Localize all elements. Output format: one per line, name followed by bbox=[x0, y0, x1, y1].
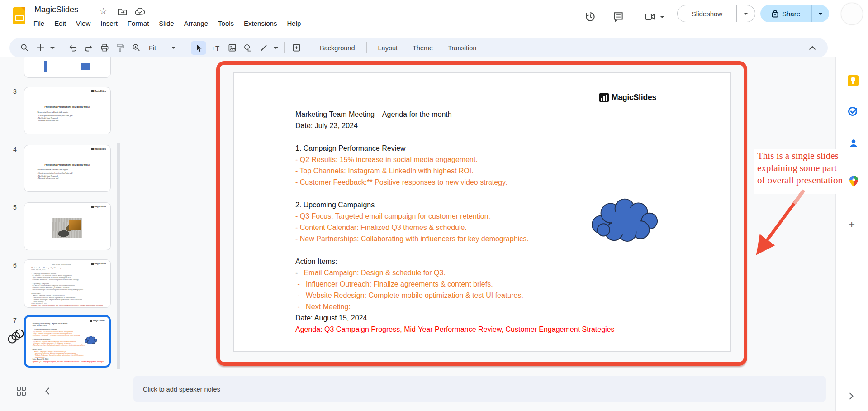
text-line: Action Items: bbox=[295, 256, 615, 267]
menu-insert[interactable]: Insert bbox=[95, 19, 123, 28]
menu-extensions[interactable]: Extensions bbox=[239, 19, 282, 28]
menu-tools[interactable]: Tools bbox=[213, 19, 239, 28]
slide-number: 4 bbox=[10, 146, 20, 153]
insert-line-icon[interactable] bbox=[258, 42, 270, 54]
slide-thumbnail-7-selected[interactable]: MagicSlides Marketing Team Meeting – Age… bbox=[24, 315, 111, 368]
slide-number: 7 bbox=[10, 317, 20, 324]
slide-thumbnail-4[interactable]: MagicSlides Professional Presentations i… bbox=[24, 145, 111, 192]
undo-button[interactable] bbox=[67, 42, 79, 54]
thumb-subtitle: Never start from a blank slide again. bbox=[38, 168, 69, 171]
slide-thumbnail-3[interactable]: MagicSlides Professional Presentations i… bbox=[24, 87, 111, 134]
background-button[interactable]: Background bbox=[314, 44, 360, 52]
svg-text:T: T bbox=[215, 44, 219, 52]
version-history-icon[interactable] bbox=[584, 11, 596, 23]
menu-arrange[interactable]: Arrange bbox=[179, 19, 213, 28]
slideshow-label: Slideshow bbox=[678, 10, 736, 18]
filmstrip-scrollbar[interactable] bbox=[117, 143, 120, 369]
text-line bbox=[295, 244, 615, 256]
theme-button[interactable]: Theme bbox=[407, 44, 438, 52]
slideshow-caret-icon bbox=[744, 13, 748, 15]
side-panel-divider-line bbox=[847, 206, 859, 206]
text-line: Agenda: Q3 Campaign Progress, Mid-Year P… bbox=[33, 361, 107, 363]
text-line: - Next Meeting: bbox=[295, 301, 615, 312]
text-line: Date: August 15, 2024 bbox=[295, 312, 615, 324]
meet-camera-icon[interactable] bbox=[644, 11, 656, 23]
text-box-tool-icon[interactable]: TT bbox=[210, 42, 222, 54]
print-icon[interactable] bbox=[99, 42, 110, 54]
text-line: - New Partnerships: Collaborating with i… bbox=[295, 233, 615, 244]
move-folder-icon[interactable] bbox=[118, 7, 127, 16]
contacts-icon[interactable] bbox=[849, 139, 859, 148]
thumb-title: Professional Presentations in Seconds wi… bbox=[24, 106, 110, 108]
thumb-logo: MagicSlides bbox=[91, 148, 106, 150]
text-line: - Website Redesign: Complete mobile opti… bbox=[295, 290, 615, 301]
annotation-arrow bbox=[737, 183, 823, 263]
paint-format-icon[interactable] bbox=[114, 42, 126, 54]
line-caret-icon[interactable] bbox=[274, 47, 278, 49]
slides-app-icon[interactable] bbox=[13, 7, 25, 24]
redo-button[interactable] bbox=[83, 42, 95, 54]
cloud-shape[interactable] bbox=[588, 193, 664, 244]
tasks-icon[interactable] bbox=[848, 106, 859, 117]
transition-button[interactable]: Transition bbox=[442, 44, 482, 52]
grid-view-icon[interactable] bbox=[16, 386, 26, 396]
insert-image-icon[interactable] bbox=[226, 42, 238, 54]
select-tool-button[interactable] bbox=[191, 41, 206, 55]
slideshow-button[interactable]: Slideshow bbox=[677, 5, 755, 22]
slide-body-text[interactable]: Marketing Team Meeting – Agenda for the … bbox=[295, 109, 615, 335]
keep-icon[interactable] bbox=[848, 75, 859, 86]
magicslides-logo-text: MagicSlides bbox=[612, 93, 656, 102]
search-menus-icon[interactable] bbox=[19, 42, 30, 54]
slide-number: 6 bbox=[10, 262, 20, 269]
slideshow-dropdown[interactable] bbox=[736, 5, 755, 22]
text-line: - Influencer Outreach: Finalize agreemen… bbox=[295, 278, 615, 290]
collapse-filmstrip-chevron-icon[interactable] bbox=[44, 387, 51, 395]
toolbar-divider bbox=[185, 42, 185, 53]
camera-dropdown-caret-icon[interactable] bbox=[660, 16, 664, 18]
text-line: - Email Campaign: Design & schedule for … bbox=[295, 267, 615, 278]
insert-shape-icon[interactable] bbox=[242, 42, 254, 54]
avatar[interactable] bbox=[841, 3, 863, 25]
share-dropdown[interactable] bbox=[811, 5, 829, 22]
insert-placeholder-icon[interactable] bbox=[290, 42, 302, 54]
rings-icon bbox=[7, 329, 26, 344]
thumb5-photo-highlight bbox=[69, 220, 81, 230]
magicslides-logo-icon bbox=[599, 93, 609, 102]
layout-button[interactable]: Layout bbox=[373, 44, 403, 52]
comments-icon[interactable] bbox=[612, 11, 624, 23]
text-line bbox=[295, 131, 615, 143]
slide-number: 5 bbox=[10, 204, 20, 211]
text-line: Date: July 23, 2024 bbox=[295, 120, 615, 131]
show-side-panel-chevron-icon[interactable] bbox=[849, 392, 854, 400]
thumb-bullet-line: - No need to learn new tool bbox=[38, 177, 73, 179]
thumb-bullet-line: - No need to learn new tool bbox=[38, 119, 73, 122]
menu-format[interactable]: Format bbox=[123, 19, 154, 28]
new-slide-caret-icon[interactable] bbox=[50, 47, 55, 49]
zoom-select[interactable]: Fit bbox=[146, 44, 179, 52]
text-line: 1. Campaign Performance Review bbox=[295, 143, 615, 154]
menu-edit[interactable]: Edit bbox=[49, 19, 71, 28]
collapse-toolbar-icon[interactable] bbox=[809, 46, 816, 50]
share-button[interactable]: Share bbox=[760, 5, 829, 22]
thumb6-title: End of the Presentation bbox=[24, 263, 98, 266]
zoom-icon[interactable] bbox=[130, 42, 142, 54]
thumb-bullet-line: - Create presentation from text, YouTube… bbox=[38, 172, 73, 174]
slide-thumbnail-5[interactable]: MagicSlides bbox=[24, 202, 111, 250]
maps-icon[interactable] bbox=[849, 176, 858, 187]
new-slide-button[interactable] bbox=[34, 42, 46, 54]
svg-text:T: T bbox=[212, 46, 215, 51]
thumb-logo: MagicSlides bbox=[90, 320, 105, 322]
menu-file[interactable]: File bbox=[28, 19, 49, 28]
add-addons-icon[interactable]: + bbox=[849, 218, 855, 231]
menu-slide[interactable]: Slide bbox=[154, 19, 179, 28]
document-title[interactable]: MagicSlides bbox=[34, 5, 78, 14]
text-line: - Content Calendar: Finalized Q3 themes … bbox=[295, 222, 615, 233]
speaker-notes-box[interactable] bbox=[133, 376, 826, 402]
menu-view[interactable]: View bbox=[71, 19, 95, 28]
share-caret-icon bbox=[818, 13, 823, 15]
cloud-status-icon[interactable] bbox=[135, 8, 146, 16]
star-icon[interactable]: ☆ bbox=[100, 6, 107, 16]
slide-thumbnail-6[interactable]: MagicSlides End of the Presentation Mark… bbox=[24, 259, 111, 308]
menu-help[interactable]: Help bbox=[282, 19, 306, 28]
text-line: - Q2 Results: 15% increase in social med… bbox=[295, 154, 615, 165]
